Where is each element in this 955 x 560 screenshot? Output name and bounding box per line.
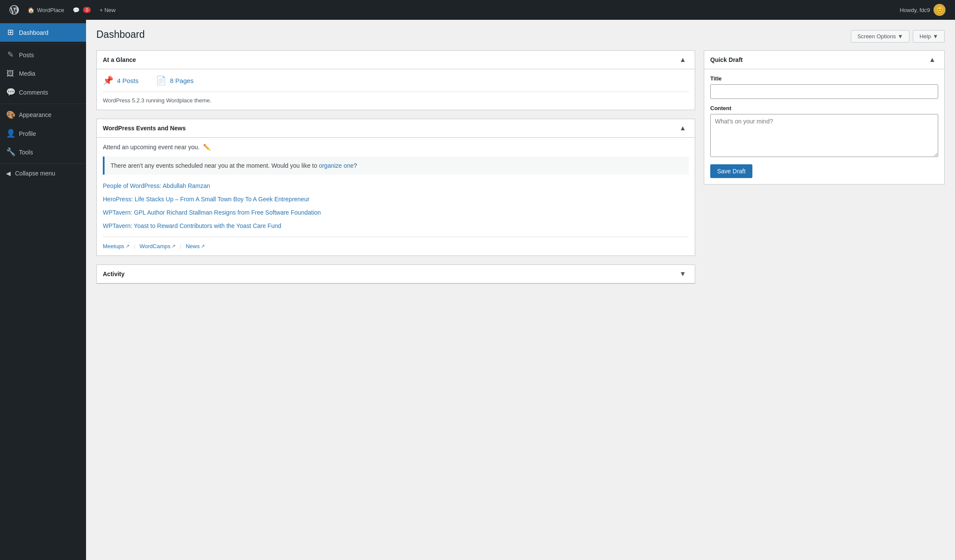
comments-icon: 💬 — [73, 7, 80, 13]
content-textarea[interactable] — [710, 114, 938, 157]
sidebar-item-dashboard[interactable]: ⊞ Dashboard — [0, 23, 86, 42]
avatar: 😊 — [933, 4, 946, 16]
posts-stat-icon: 📌 — [103, 75, 114, 86]
profile-icon: 👤 — [6, 129, 15, 138]
events-footer: Meetups ↗ | WordCamps ↗ | News ↗ — [103, 237, 689, 249]
wordcamps-link[interactable]: WordCamps ↗ — [139, 243, 176, 249]
new-label: + New — [99, 7, 115, 13]
admin-bar: 🏠 WordPlace 💬 0 + New Howdy, fdc9 😊 — [0, 0, 955, 20]
external-icon-2: ↗ — [172, 243, 176, 249]
posts-count: 4 Posts — [117, 77, 139, 84]
title-label: Title — [710, 75, 938, 82]
sidebar-item-media[interactable]: 🖼 Media — [0, 65, 86, 83]
quick-draft-body: Title Content Save Draft — [704, 69, 944, 184]
help-button[interactable]: Help ▼ — [913, 30, 945, 43]
activity-widget: Activity ▼ — [96, 265, 695, 284]
comments-button[interactable]: 💬 0 — [68, 0, 95, 20]
sidebar-item-label: Media — [19, 70, 35, 77]
site-name-button[interactable]: 🏠 WordPlace — [23, 0, 68, 20]
appearance-icon: 🎨 — [6, 110, 15, 120]
header-buttons: Screen Options ▼ Help ▼ — [851, 30, 945, 43]
media-icon: 🖼 — [6, 69, 15, 79]
title-input[interactable] — [710, 84, 938, 99]
howdy-text: Howdy, fdc9 — [900, 7, 930, 13]
activity-title: Activity — [103, 271, 125, 277]
posts-stat[interactable]: 📌 4 Posts — [103, 75, 139, 86]
sidebar-item-profile[interactable]: 👤 Profile — [0, 124, 86, 143]
list-item: HeroPress: Life Stacks Up – From A Small… — [103, 195, 689, 204]
screen-options-button[interactable]: Screen Options ▼ — [851, 30, 909, 43]
events-body: Attend an upcoming event near you. ✏️ Th… — [97, 138, 695, 255]
new-content-button[interactable]: + New — [95, 0, 120, 20]
pencil-icon[interactable]: ✏️ — [203, 144, 210, 151]
wp-info: WordPress 5.2.3 running Wordplace theme. — [103, 92, 689, 104]
news-label: News — [186, 243, 200, 249]
tools-icon: 🔧 — [6, 147, 15, 157]
layout: ⊞ Dashboard ✎ Posts 🖼 Media 💬 Comments 🎨… — [0, 20, 955, 560]
news-link-3[interactable]: WPTavern: GPL Author Richard Stallman Re… — [103, 209, 321, 216]
main-header: Dashboard Screen Options ▼ Help ▼ — [96, 28, 945, 43]
right-column: Quick Draft ▲ Title Content Save Draft — [704, 50, 945, 193]
no-events-block: There aren't any events scheduled near y… — [103, 157, 689, 175]
news-link[interactable]: News ↗ — [186, 243, 205, 249]
posts-icon: ✎ — [6, 50, 15, 60]
comments-count: 0 — [83, 7, 91, 13]
events-intro: Attend an upcoming event near you. ✏️ — [103, 144, 689, 151]
news-link-2[interactable]: HeroPress: Life Stacks Up – From A Small… — [103, 196, 309, 203]
sidebar-item-comments[interactable]: 💬 Comments — [0, 83, 86, 102]
sidebar-divider-1 — [0, 43, 86, 44]
sidebar-item-label: Comments — [19, 89, 48, 96]
events-widget: WordPress Events and News ▲ Attend an up… — [96, 119, 695, 256]
comments-icon: 💬 — [6, 87, 15, 97]
at-a-glance-title: At a Glance — [103, 56, 136, 63]
wordcamps-label: WordCamps — [139, 243, 170, 249]
screen-options-label: Screen Options — [857, 33, 896, 40]
no-events-end: ? — [354, 162, 357, 169]
user-menu-button[interactable]: Howdy, fdc9 😊 — [895, 0, 950, 20]
quick-draft-title: Quick Draft — [710, 56, 742, 63]
site-name: WordPlace — [37, 7, 64, 13]
pages-count: 8 Pages — [170, 77, 194, 84]
sidebar-item-label: Tools — [19, 148, 33, 156]
quick-draft-header: Quick Draft ▲ — [704, 51, 944, 69]
meetups-label: Meetups — [103, 243, 124, 249]
home-icon: 🏠 — [28, 7, 34, 13]
dashboard-icon: ⊞ — [6, 28, 15, 37]
separator-2: | — [180, 243, 181, 249]
news-link-1[interactable]: People of WordPress: Abdullah Ramzan — [103, 182, 210, 189]
events-toggle[interactable]: ▲ — [677, 123, 689, 133]
at-a-glance-toggle[interactable]: ▲ — [677, 55, 689, 65]
list-item: WPTavern: Yoast to Reward Contributors w… — [103, 222, 689, 231]
main-content: Dashboard Screen Options ▼ Help ▼ At a G… — [86, 20, 955, 560]
wp-logo-button[interactable] — [5, 0, 23, 20]
list-item: WPTavern: GPL Author Richard Stallman Re… — [103, 208, 689, 217]
sidebar-item-posts[interactable]: ✎ Posts — [0, 46, 86, 64]
screen-options-arrow: ▼ — [898, 33, 903, 40]
help-arrow: ▼ — [933, 33, 938, 40]
sidebar-item-label: Appearance — [19, 111, 52, 119]
sidebar-item-label: Profile — [19, 130, 36, 138]
at-a-glance-header: At a Glance ▲ — [97, 51, 695, 69]
external-icon-1: ↗ — [126, 243, 129, 249]
page-title: Dashboard — [96, 28, 145, 41]
quick-draft-toggle[interactable]: ▲ — [926, 55, 938, 65]
at-a-glance-body: 📌 4 Posts 📄 8 Pages WordPress 5.2.3 runn… — [97, 69, 695, 110]
save-draft-button[interactable]: Save Draft — [710, 164, 752, 178]
sidebar-item-tools[interactable]: 🔧 Tools — [0, 143, 86, 161]
meetups-link[interactable]: Meetups ↗ — [103, 243, 129, 249]
pages-stat[interactable]: 📄 8 Pages — [156, 75, 194, 86]
list-item: People of WordPress: Abdullah Ramzan — [103, 182, 689, 191]
left-column: At a Glance ▲ 📌 4 Posts 📄 8 Pages — [96, 50, 695, 292]
sidebar-divider-2 — [0, 104, 86, 104]
activity-header: Activity ▼ — [97, 265, 695, 283]
sidebar-item-label: Dashboard — [19, 29, 49, 37]
news-links-list: People of WordPress: Abdullah Ramzan Her… — [103, 182, 689, 231]
help-label: Help — [919, 33, 931, 40]
collapse-menu-button[interactable]: ◀ Collapse menu — [0, 166, 86, 181]
organize-one-link[interactable]: organize one — [319, 162, 354, 169]
news-link-4[interactable]: WPTavern: Yoast to Reward Contributors w… — [103, 222, 281, 229]
activity-toggle[interactable]: ▼ — [677, 269, 689, 279]
sidebar-item-appearance[interactable]: 🎨 Appearance — [0, 106, 86, 124]
sidebar-divider-3 — [0, 163, 86, 164]
no-events-text: There aren't any events scheduled near y… — [111, 162, 319, 169]
